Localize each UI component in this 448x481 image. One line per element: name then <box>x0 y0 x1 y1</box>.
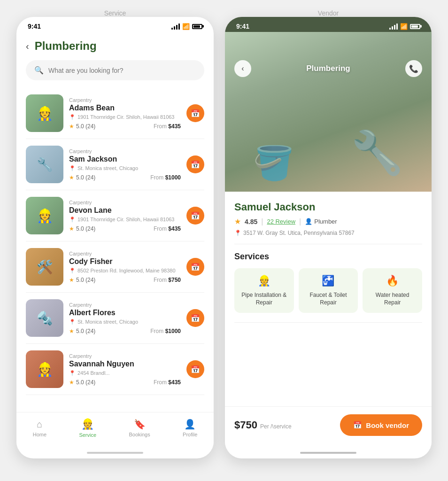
vendor-call-button[interactable]: 📞 <box>405 60 422 77</box>
service-meta: ★ 5.0 (24) From $1000 <box>69 174 181 181</box>
service-tile-label: Pipe Installation & Repair <box>239 292 289 306</box>
rating-value: 5.0 (24) <box>76 277 95 283</box>
price-value: $750 <box>168 277 181 283</box>
service-info: Carpentry Adams Bean 📍 1901 Thornridge C… <box>69 97 181 130</box>
rating: ★ 5.0 (24) <box>69 174 95 181</box>
book-button[interactable]: 📅 <box>186 207 204 225</box>
cards-container: 👷 Carpentry Adams Bean 📍 1901 Thornridge… <box>26 88 204 395</box>
price-info: From $1000 <box>150 328 181 334</box>
book-button[interactable]: 📅 <box>186 258 204 276</box>
service-card[interactable]: 👷 Carpentry Adams Bean 📍 1901 Thornridge… <box>26 88 204 139</box>
home-indicator-left <box>87 452 143 454</box>
rating: ★ 5.0 (24) <box>69 225 95 232</box>
battery-left <box>192 24 202 29</box>
service-card[interactable]: 🔩 Carpentry Albert Flores 📍 St. Monica s… <box>26 293 204 344</box>
service-location: 📍 2454 Brandl... <box>69 370 181 376</box>
service-list: 👷 Carpentry Adams Bean 📍 1901 Thornridge… <box>16 88 214 412</box>
service-name: Savannah Nguyen <box>69 360 181 368</box>
rating-value: 5.0 (24) <box>76 379 95 386</box>
rating-value: 5.0 (24) <box>76 123 95 130</box>
vendor-top-bar: ‹ Plumbering 📞 <box>225 32 432 83</box>
service-location: 📍 St. Monica street, Chicago <box>69 165 181 171</box>
role-icon: 👤 <box>305 218 312 225</box>
service-meta: ★ 5.0 (24) From $435 <box>69 379 181 386</box>
battery-right <box>410 24 420 29</box>
calendar-icon: 📅 <box>353 421 362 429</box>
worker-image: 🛠️ <box>26 248 63 286</box>
book-button[interactable]: 📅 <box>186 360 204 378</box>
star-icon: ★ <box>69 174 74 181</box>
star-icon: ★ <box>69 225 74 232</box>
back-button-left[interactable]: ‹ <box>26 41 29 52</box>
service-category: Carpentry <box>69 302 181 308</box>
service-meta: ★ 5.0 (24) From $1000 <box>69 328 181 334</box>
book-button[interactable]: 📅 <box>186 309 204 327</box>
service-location: 📍 1901 Thornridge Cir. Shiloh, Hawaii 81… <box>69 114 181 120</box>
search-bar[interactable]: 🔍 <box>26 60 204 80</box>
time-left: 9:41 <box>28 23 41 30</box>
price-value: $435 <box>168 225 181 232</box>
worker-image: 🔧 <box>26 146 63 183</box>
vendor-name: Samuel Jackson <box>234 201 422 213</box>
status-icons-right: 📶 <box>389 23 420 30</box>
vendor-star-icon: ★ <box>234 217 241 226</box>
rating-value: 5.0 (24) <box>76 225 95 232</box>
rating: ★ 5.0 (24) <box>69 277 95 283</box>
service-card[interactable]: 🔧 Carpentry Sam Jackson 📍 St. Monica str… <box>26 139 204 190</box>
wifi-left: 📶 <box>182 23 190 30</box>
nav-profile[interactable]: 👤 Profile <box>183 419 197 437</box>
price-value: $1000 <box>165 328 181 334</box>
left-header: ‹ Plumbering <box>16 32 214 58</box>
service-name: Devon Lane <box>69 206 181 215</box>
vendor-page-title: Plumbering <box>306 64 350 73</box>
worker-image: 👷 <box>26 197 63 234</box>
service-meta: ★ 5.0 (24) From $435 <box>69 123 181 130</box>
nav-home[interactable]: ⌂ Home <box>33 419 46 437</box>
vendor-role: 👤 Plumber <box>305 218 337 225</box>
service-location: 📍 8502 Preston Rd. Inglewood, Maine 9838… <box>69 268 181 274</box>
location-pin-icon: 📍 <box>69 217 76 223</box>
rating-value: 5.0 (24) <box>76 328 95 334</box>
wifi-right: 📶 <box>400 23 408 30</box>
rating-value: 5.0 (24) <box>76 174 95 181</box>
service-tile[interactable]: 👷 Pipe Installation & Repair <box>234 268 294 313</box>
service-card[interactable]: 👷 Carpentry Savannah Nguyen 📍 2454 Brand… <box>26 344 204 395</box>
service-tile[interactable]: 🚰 Faucet & Toilet Repair <box>299 268 358 313</box>
bookings-icon: 🔖 <box>134 419 146 430</box>
star-icon: ★ <box>69 328 74 334</box>
vendor-footer: $750 Per /\service 📅 Book vendor <box>225 406 432 449</box>
price-unit: Per /\service <box>260 423 292 430</box>
service-category: Carpentry <box>69 353 181 359</box>
search-icon: 🔍 <box>34 66 44 75</box>
service-card[interactable]: 🛠️ Carpentry Cody Fisher 📍 8502 Preston … <box>26 241 204 293</box>
service-name: Albert Flores <box>69 309 181 317</box>
worker-image: 👷 <box>26 350 63 388</box>
worker-image: 🔩 <box>26 299 63 337</box>
rating: ★ 5.0 (24) <box>69 379 95 386</box>
location-pin-icon: 📍 <box>69 165 76 171</box>
search-input[interactable] <box>48 67 196 74</box>
service-category: Carpentry <box>69 251 181 256</box>
nav-service[interactable]: 👷 Service <box>79 418 96 438</box>
price-value: $435 <box>168 379 181 386</box>
service-outer-label: Service <box>104 9 126 17</box>
book-button[interactable]: 📅 <box>186 104 204 122</box>
book-vendor-button[interactable]: 📅 Book vendor <box>340 414 422 436</box>
price-value: $1000 <box>165 174 181 181</box>
service-tile[interactable]: 🔥 Water heated Repair <box>363 268 422 313</box>
service-category: Carpentry <box>69 97 181 103</box>
services-grid: 👷 Pipe Installation & Repair 🚰 Faucet & … <box>234 268 422 313</box>
location-pin-icon: 📍 <box>69 319 76 325</box>
vendor-reviews-link[interactable]: 22 Review <box>267 218 295 225</box>
vendor-back-button[interactable]: ‹ <box>234 60 251 77</box>
service-location: 📍 1901 Thornridge Cir. Shiloh, Hawaii 81… <box>69 217 181 223</box>
book-button[interactable]: 📅 <box>186 155 204 173</box>
service-category: Carpentry <box>69 148 181 154</box>
service-name: Cody Fisher <box>69 257 181 266</box>
home-icon: ⌂ <box>37 419 42 430</box>
nav-bookings[interactable]: 🔖 Bookings <box>129 419 150 437</box>
signal-right <box>389 23 398 30</box>
service-info: Carpentry Albert Flores 📍 St. Monica str… <box>69 302 181 334</box>
price-value: $435 <box>168 123 181 130</box>
service-card[interactable]: 👷 Carpentry Devon Lane 📍 1901 Thornridge… <box>26 190 204 241</box>
